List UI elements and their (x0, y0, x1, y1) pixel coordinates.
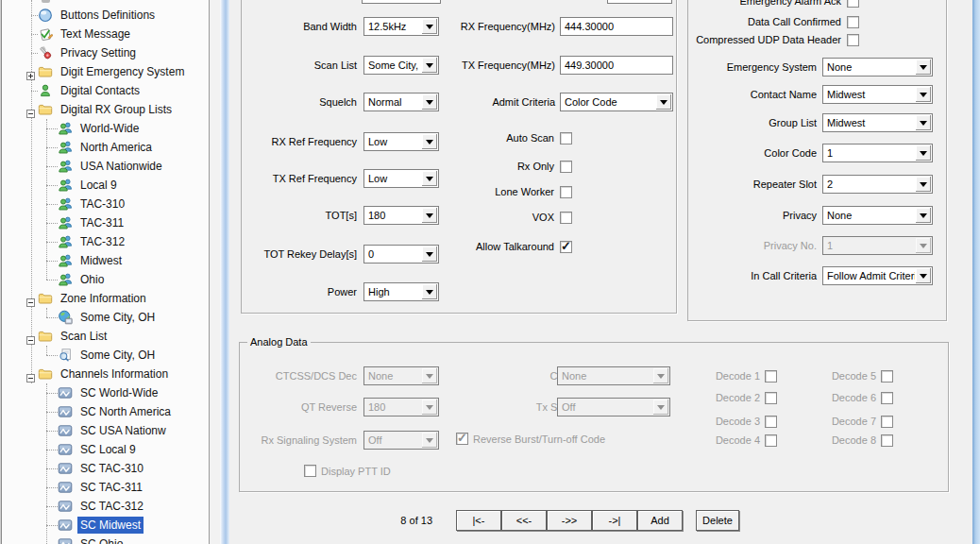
dropdown-arrow-button[interactable] (916, 177, 931, 192)
tree-connector-stub (46, 242, 58, 243)
channel-icon (58, 499, 73, 514)
cps-window: Buttons DefinitionsText MessagePrivacy S… (0, 0, 980, 544)
in-call-criteria-combobox-value: Follow Admit Criteria (827, 270, 915, 281)
tree-connector-line (46, 119, 47, 280)
dropdown-arrow-button[interactable] (422, 284, 437, 299)
decode-7-checkbox (881, 416, 893, 428)
privacy-no-combobox: 1 (822, 236, 933, 255)
tree-connector-stub (46, 468, 58, 469)
tree-connector-stub (46, 393, 58, 394)
decode-8-checkbox (881, 434, 893, 447)
dropdown-arrow-button[interactable] (916, 115, 931, 130)
data-call-confirmed-checkbox[interactable] (847, 16, 859, 28)
rx-only-label: Rx Only (309, 161, 554, 173)
repeater-slot-combobox[interactable]: 2 (822, 175, 933, 194)
chevron-down-icon (920, 182, 927, 187)
tree-connector-line (31, 0, 32, 383)
power-combobox[interactable]: High (363, 282, 439, 301)
emergency-system-combobox-value: None (827, 61, 915, 73)
emergency-alarm-ack-checkbox[interactable] (847, 0, 859, 8)
dropdown-arrow-button[interactable] (916, 145, 931, 161)
rx-only-checkbox[interactable] (560, 161, 572, 173)
emergency-system-combobox[interactable]: None (822, 58, 933, 76)
tree-item-some-city-oh[interactable]: Some City, OH (77, 309, 158, 326)
tree-item-sc-ohio[interactable]: SC Ohio (77, 536, 126, 544)
dropdown-arrow-button[interactable] (422, 171, 437, 186)
channel-icon (58, 461, 73, 476)
add-button[interactable]: Add (637, 510, 683, 531)
chevron-down-icon (920, 151, 927, 156)
ctcss-dcs-dec-label: CTCSS/DCS Dec (111, 370, 357, 382)
panel-splitter[interactable] (220, 0, 229, 544)
nav-prev-button[interactable]: <<- (501, 510, 547, 531)
collapse-icon[interactable] (26, 294, 35, 302)
tree-item-sc-tac-312[interactable]: SC TAC-312 (77, 498, 146, 515)
channel-icon (58, 404, 73, 419)
tree-connector-line (46, 346, 47, 355)
folder-icon (38, 329, 53, 344)
tree-item-some-city-oh[interactable]: Some City, OH (77, 347, 158, 364)
checkmark-icon: ✓ (561, 239, 571, 253)
people-icon (58, 215, 73, 230)
nav-last-button[interactable]: ->| (592, 510, 637, 531)
color-code-label: Color Code (571, 147, 817, 160)
privacy-combobox[interactable]: None (822, 206, 933, 225)
tree-connector-line (46, 308, 47, 317)
delete-button[interactable]: Delete (696, 510, 739, 531)
tree-item-sc-tac-310[interactable]: SC TAC-310 (77, 460, 146, 477)
tree-connector-line (46, 383, 47, 544)
auto-scan-checkbox[interactable] (560, 132, 572, 144)
decode-8-label: Decode 8 (631, 434, 876, 447)
nav-next-button[interactable]: ->> (547, 510, 592, 531)
reverse-burst-turn-off-code-checkbox: ✓ (456, 433, 468, 445)
tree-connector-stub (31, 34, 38, 35)
group-list-combobox[interactable]: Midwest (822, 113, 933, 132)
tree-connector-stub (31, 91, 38, 92)
dropdown-arrow-button[interactable] (916, 60, 931, 75)
chevron-down-icon (920, 213, 927, 218)
sphere-icon (38, 8, 53, 23)
color-code-combobox[interactable]: 1 (822, 144, 933, 162)
compressed-udp-data-header-checkbox[interactable] (847, 34, 859, 46)
tree-item-scan-list[interactable]: Scan List (58, 328, 110, 345)
people-icon (58, 178, 73, 193)
tree-connector-stub (46, 506, 58, 507)
chevron-down-icon (426, 290, 433, 295)
decode-5-checkbox (881, 370, 893, 382)
tx-ref-frequency-label: TX Ref Frequency (111, 173, 357, 185)
nav-first-button[interactable]: |<- (456, 510, 501, 531)
tree-connector-stub (46, 261, 58, 262)
expand-icon[interactable] (26, 67, 35, 76)
collapse-icon[interactable] (26, 332, 35, 340)
tree-item-sc-tac-311[interactable]: SC TAC-311 (77, 479, 145, 496)
channel-settings-panel: Analog Data 8 of 13 Band Width12.5kHzSca… (229, 0, 972, 544)
tree-item-sc-midwest[interactable]: SC Midwest (77, 517, 144, 534)
rx-signaling-system-label: Rx Signaling System (111, 434, 357, 447)
dropdown-arrow-button[interactable] (916, 87, 931, 102)
power-combobox-value: High (368, 286, 421, 298)
tree-item-ohio[interactable]: Ohio (77, 271, 107, 288)
contact-name-combobox[interactable]: Midwest (822, 85, 933, 104)
chevron-down-icon (920, 121, 927, 126)
collapse-icon[interactable] (26, 105, 35, 113)
contact-name-label: Contact Name (571, 89, 817, 101)
in-call-criteria-combobox[interactable]: Follow Admit Criteria (822, 266, 933, 285)
analog-data-title: Analog Data (247, 336, 311, 348)
people-icon (58, 121, 73, 136)
repeater-slot-combobox-value: 2 (827, 178, 915, 190)
folder-icon (38, 64, 53, 79)
tree-item-sc-world-wide[interactable]: SC World-Wide (77, 384, 161, 401)
collapse-icon[interactable] (26, 369, 35, 378)
tree-item-world-wide[interactable]: World-Wide (77, 120, 142, 137)
dropdown-arrow-button[interactable] (916, 208, 931, 223)
auto-scan-label: Auto Scan (309, 132, 554, 144)
tree-connector-stub (46, 355, 58, 356)
channel-icon (58, 385, 73, 400)
navigation-tree: Buttons DefinitionsText MessagePrivacy S… (0, 0, 210, 544)
chevron-down-icon (426, 177, 433, 181)
tree-connector-stub (46, 147, 58, 148)
dropdown-arrow-button[interactable] (916, 268, 931, 283)
rx-frequency-mhz-label: RX Frequency(MHz) (310, 21, 555, 33)
chevron-down-icon (920, 244, 927, 248)
privacy-no-combobox-value: 1 (827, 240, 915, 251)
